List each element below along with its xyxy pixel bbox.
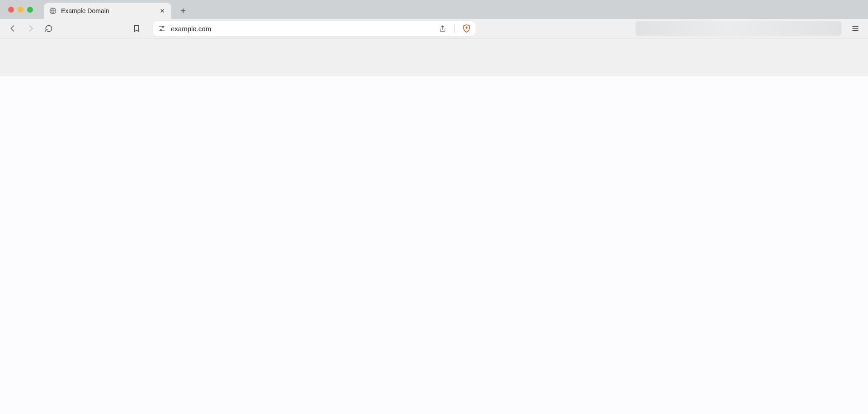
bookmark-button[interactable] <box>128 21 145 36</box>
window-controls <box>0 0 41 19</box>
svg-point-2 <box>160 29 161 31</box>
address-bar[interactable] <box>153 21 476 36</box>
divider <box>454 24 455 33</box>
bookmarks-bar <box>0 38 868 75</box>
page-content <box>0 75 868 414</box>
window-minimize-button[interactable] <box>18 7 24 13</box>
menu-button[interactable] <box>847 21 863 36</box>
extensions-area-placeholder <box>636 21 842 36</box>
window-zoom-button[interactable] <box>27 7 33 13</box>
svg-point-1 <box>162 26 164 28</box>
reload-button[interactable] <box>41 21 57 36</box>
url-input[interactable] <box>171 25 434 33</box>
brave-shields-icon[interactable] <box>462 24 471 33</box>
forward-button[interactable] <box>23 21 39 36</box>
tab-strip: Example Domain <box>0 0 868 19</box>
tab-title: Example Domain <box>61 7 154 14</box>
globe-icon <box>49 7 57 14</box>
share-icon[interactable] <box>438 24 447 33</box>
close-tab-button[interactable] <box>159 7 166 14</box>
toolbar <box>0 19 868 38</box>
site-settings-icon[interactable] <box>157 24 166 33</box>
window-close-button[interactable] <box>8 7 14 13</box>
new-tab-button[interactable] <box>176 4 190 18</box>
back-button[interactable] <box>5 21 21 36</box>
browser-tab[interactable]: Example Domain <box>44 3 171 19</box>
